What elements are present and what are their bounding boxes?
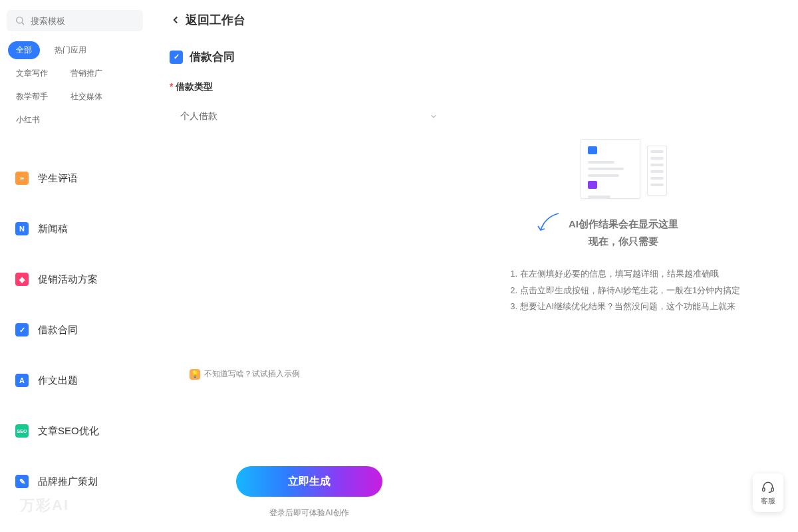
example-hint-text: 不知道写啥？试试插入示例 [204, 368, 300, 380]
arrow-left-icon [170, 14, 182, 26]
field-label-loan-type: *借款类型 [170, 81, 449, 93]
sidebar: 全部 热门应用 文章写作 营销推广 教学帮手 社交媒体 小红书 ≡ 学生评语 N… [0, 0, 150, 532]
tag-marketing[interactable]: 营销推广 [63, 65, 110, 82]
tag-teaching[interactable]: 教学帮手 [8, 88, 56, 106]
step-item: 在左侧填好必要的信息，填写越详细，结果越准确哦 [520, 266, 741, 283]
field-label-text: 借款类型 [176, 81, 213, 92]
tag-xhs[interactable]: 小红书 [8, 111, 48, 129]
search-box[interactable] [7, 10, 143, 31]
contract-icon: ✓ [170, 51, 183, 64]
step-item: 点击立即生成按钮，静待AI妙笔生花，一般在1分钟内搞定 [520, 283, 741, 299]
curved-arrow-icon [535, 210, 562, 237]
tag-social[interactable]: 社交媒体 [63, 88, 110, 106]
nav-label: 品牌推广策划 [38, 475, 98, 488]
nav-item-promotion[interactable]: ◆ 促销活动方案 [7, 265, 143, 294]
support-button[interactable]: 客服 [753, 473, 783, 512]
nav-label: 新闻稿 [38, 223, 68, 235]
tag-icon: ◆ [15, 273, 29, 286]
nav-item-student-comment[interactable]: ≡ 学生评语 [7, 164, 143, 193]
empty-illustration [581, 136, 667, 202]
news-icon: N [15, 222, 29, 235]
search-input[interactable] [31, 16, 135, 26]
composition-icon: A [15, 374, 29, 387]
back-label: 返回工作台 [186, 12, 245, 28]
nav-label: 促销活动方案 [38, 273, 98, 286]
form-column: ✓ 借款合同 *借款类型 个人借款 💡 不知道写啥？试试插入示例 立即生成 登录… [170, 36, 469, 519]
back-to-workbench[interactable]: 返回工作台 [150, 0, 798, 36]
nav-label: 学生评语 [38, 172, 78, 185]
brand-icon: ✎ [15, 475, 29, 488]
nav-label: 作文出题 [38, 374, 78, 387]
svg-rect-3 [771, 487, 773, 491]
support-label: 客服 [761, 496, 775, 506]
login-hint: 登录后即可体验AI创作 [170, 507, 449, 519]
result-column: AI创作结果会在显示这里 现在，你只需要 在左侧填好必要的信息，填写越详细，结果… [469, 36, 778, 519]
required-mark: * [170, 81, 173, 92]
search-icon [15, 15, 25, 26]
generate-button[interactable]: 立即生成 [236, 466, 382, 497]
main: 返回工作台 ✓ 借款合同 *借款类型 个人借款 💡 不知道写啥？试试插入示例 立… [150, 0, 798, 532]
tag-all[interactable]: 全部 [8, 41, 40, 59]
svg-line-1 [22, 23, 24, 25]
nav-label: 借款合同 [38, 324, 78, 336]
tag-hot[interactable]: 热门应用 [47, 41, 94, 59]
nav-item-news[interactable]: N 新闻稿 [7, 214, 143, 243]
svg-point-0 [17, 17, 23, 23]
seo-icon: SEO [15, 424, 29, 438]
insert-example-link[interactable]: 💡 不知道写啥？试试插入示例 [190, 368, 449, 380]
nav-item-brand[interactable]: ✎ 品牌推广策划 [7, 467, 143, 496]
contract-icon: ✓ [15, 323, 29, 336]
tag-filter-group: 全部 热门应用 文章写作 营销推广 教学帮手 社交媒体 小红书 [7, 41, 143, 129]
select-value: 个人借款 [180, 110, 217, 122]
headset-icon [761, 480, 775, 493]
steps-list: 在左侧填好必要的信息，填写越详细，结果越准确哦 点击立即生成按钮，静待AI妙笔生… [507, 266, 741, 315]
form-title: ✓ 借款合同 [170, 49, 449, 65]
result-title-line1: AI创作结果会在显示这里 [569, 215, 678, 233]
nav-item-loan-contract[interactable]: ✓ 借款合同 [7, 315, 143, 344]
nav-item-seo[interactable]: SEO 文章SEO优化 [7, 416, 143, 446]
comment-icon: ≡ [15, 172, 29, 185]
nav-list: ≡ 学生评语 N 新闻稿 ◆ 促销活动方案 ✓ 借款合同 A 作文出题 SEO … [7, 142, 143, 532]
result-title-line2: 现在，你只需要 [569, 233, 678, 250]
chevron-down-icon [429, 112, 438, 121]
step-item: 想要让AI继续优化结果？当然没问题，这个功能马上就来 [520, 299, 741, 315]
nav-label: 文章SEO优化 [38, 425, 99, 438]
result-title: AI创作结果会在显示这里 现在，你只需要 [569, 215, 678, 249]
content: ✓ 借款合同 *借款类型 个人借款 💡 不知道写啥？试试插入示例 立即生成 登录… [150, 36, 798, 532]
svg-rect-2 [763, 487, 765, 491]
brand-watermark: 万彩AI [20, 495, 69, 515]
tag-article[interactable]: 文章写作 [8, 65, 56, 82]
lightbulb-icon: 💡 [190, 369, 200, 380]
nav-item-composition[interactable]: A 作文出题 [7, 366, 143, 395]
loan-type-select[interactable]: 个人借款 [170, 101, 449, 132]
form-title-text: 借款合同 [190, 49, 235, 65]
